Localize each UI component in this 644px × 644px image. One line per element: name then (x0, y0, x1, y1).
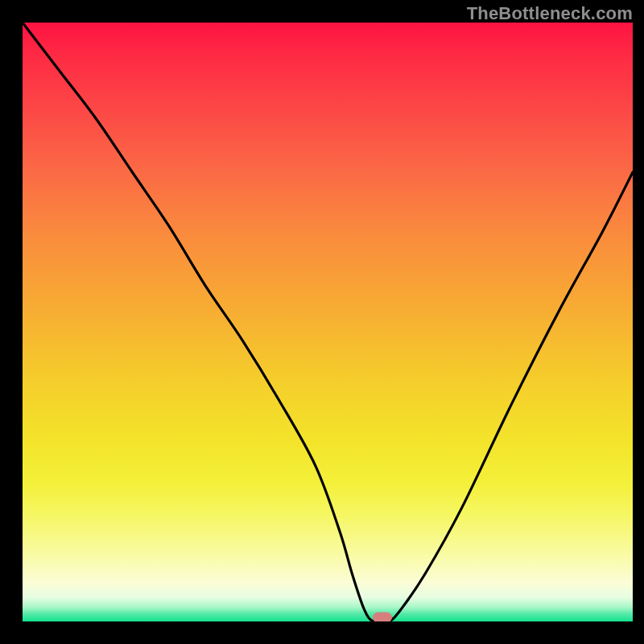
watermark-text: TheBottleneck.com (467, 3, 633, 24)
plot-frame (11, 23, 633, 633)
bottleneck-chart: TheBottleneck.com (0, 0, 644, 644)
plot-area (23, 23, 633, 621)
optimal-point-marker (373, 612, 392, 621)
bottleneck-curve (23, 23, 633, 621)
